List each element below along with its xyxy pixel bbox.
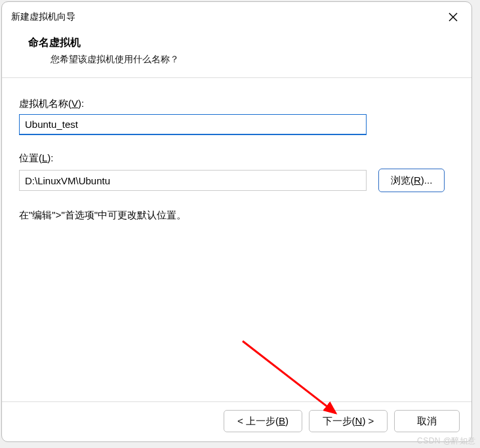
close-icon xyxy=(448,12,458,22)
page-subtext: 您希望该虚拟机使用什么名称？ xyxy=(50,54,462,66)
wizard-dialog: 新建虚拟机向导 命名虚拟机 您希望该虚拟机使用什么名称？ 虚拟机名称(V): 位… xyxy=(1,1,472,442)
location-input[interactable] xyxy=(19,170,367,191)
content-area: 虚拟机名称(V): 位置(L): 浏览(R)... 在"编辑">"首选项"中可更… xyxy=(2,78,471,401)
back-button[interactable]: < 上一步(B) xyxy=(224,410,302,432)
dialog-title: 新建虚拟机向导 xyxy=(11,11,75,23)
vm-name-label: 虚拟机名称(V): xyxy=(19,98,457,110)
next-button[interactable]: 下一步(N) > xyxy=(309,410,388,432)
location-label: 位置(L): xyxy=(19,152,457,165)
cancel-button[interactable]: 取消 xyxy=(394,410,460,432)
footer-buttons: < 上一步(B) 下一步(N) > 取消 xyxy=(2,401,471,441)
browse-button[interactable]: 浏览(R)... xyxy=(378,169,445,192)
watermark: CSDN @醉如意 xyxy=(417,436,476,447)
location-group: 位置(L): 浏览(R)... xyxy=(19,152,457,192)
titlebar: 新建虚拟机向导 xyxy=(2,2,471,28)
location-hint: 在"编辑">"首选项"中可更改默认位置。 xyxy=(19,209,457,222)
header-section: 命名虚拟机 您希望该虚拟机使用什么名称？ xyxy=(2,28,471,77)
page-heading: 命名虚拟机 xyxy=(28,36,462,50)
vm-name-input[interactable] xyxy=(19,114,367,135)
vm-name-group: 虚拟机名称(V): xyxy=(19,98,457,135)
close-button[interactable] xyxy=(444,8,462,26)
location-row: 浏览(R)... xyxy=(19,169,457,192)
